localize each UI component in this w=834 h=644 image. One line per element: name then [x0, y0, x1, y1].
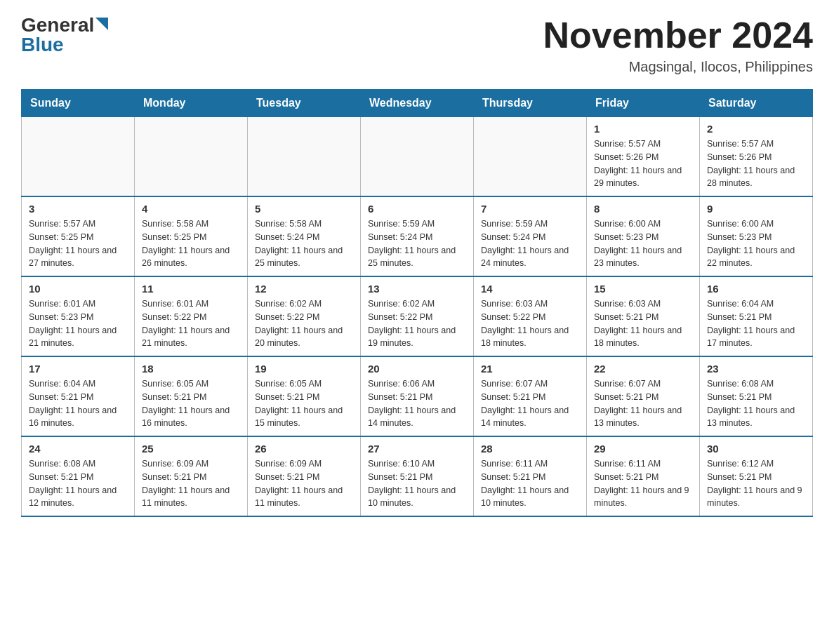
- calendar-week-2: 3Sunrise: 5:57 AMSunset: 5:25 PMDaylight…: [22, 196, 813, 276]
- calendar-cell: [474, 117, 587, 197]
- calendar-week-5: 24Sunrise: 6:08 AMSunset: 5:21 PMDayligh…: [22, 436, 813, 516]
- calendar-cell: 4Sunrise: 5:58 AMSunset: 5:25 PMDaylight…: [135, 196, 248, 276]
- day-number: 18: [142, 363, 240, 375]
- calendar-cell: 1Sunrise: 5:57 AMSunset: 5:26 PMDaylight…: [587, 117, 700, 197]
- weekday-header-thursday: Thursday: [474, 90, 587, 117]
- day-info: Sunrise: 6:03 AMSunset: 5:22 PMDaylight:…: [481, 297, 579, 350]
- logo-triangle-icon: [95, 18, 108, 30]
- calendar-cell: 15Sunrise: 6:03 AMSunset: 5:21 PMDayligh…: [587, 276, 700, 356]
- calendar-cell: [135, 117, 248, 197]
- calendar-cell: 5Sunrise: 5:58 AMSunset: 5:24 PMDaylight…: [248, 196, 361, 276]
- calendar-cell: 20Sunrise: 6:06 AMSunset: 5:21 PMDayligh…: [361, 356, 474, 436]
- day-number: 27: [368, 443, 466, 455]
- day-number: 28: [481, 443, 579, 455]
- day-info: Sunrise: 6:02 AMSunset: 5:22 PMDaylight:…: [368, 297, 466, 350]
- day-info: Sunrise: 6:08 AMSunset: 5:21 PMDaylight:…: [707, 377, 805, 430]
- day-info: Sunrise: 5:57 AMSunset: 5:26 PMDaylight:…: [594, 137, 692, 190]
- calendar-cell: 7Sunrise: 5:59 AMSunset: 5:24 PMDaylight…: [474, 196, 587, 276]
- weekday-header-sunday: Sunday: [22, 90, 135, 117]
- day-number: 19: [255, 363, 353, 375]
- calendar-cell: 23Sunrise: 6:08 AMSunset: 5:21 PMDayligh…: [700, 356, 813, 436]
- svg-marker-0: [95, 18, 108, 30]
- day-number: 10: [29, 283, 127, 295]
- weekday-header-row: SundayMondayTuesdayWednesdayThursdayFrid…: [22, 90, 813, 117]
- day-number: 6: [368, 203, 466, 215]
- weekday-header-friday: Friday: [587, 90, 700, 117]
- calendar-week-4: 17Sunrise: 6:04 AMSunset: 5:21 PMDayligh…: [22, 356, 813, 436]
- weekday-header-monday: Monday: [135, 90, 248, 117]
- weekday-header-saturday: Saturday: [700, 90, 813, 117]
- calendar-cell: 29Sunrise: 6:11 AMSunset: 5:21 PMDayligh…: [587, 436, 700, 516]
- day-number: 3: [29, 203, 127, 215]
- day-info: Sunrise: 6:02 AMSunset: 5:22 PMDaylight:…: [255, 297, 353, 350]
- location: Magsingal, Ilocos, Philippines: [543, 59, 813, 75]
- day-info: Sunrise: 6:01 AMSunset: 5:22 PMDaylight:…: [142, 297, 240, 350]
- calendar-cell: 13Sunrise: 6:02 AMSunset: 5:22 PMDayligh…: [361, 276, 474, 356]
- day-info: Sunrise: 5:58 AMSunset: 5:25 PMDaylight:…: [142, 217, 240, 270]
- day-number: 25: [142, 443, 240, 455]
- day-number: 2: [707, 123, 805, 135]
- day-number: 24: [29, 443, 127, 455]
- day-info: Sunrise: 6:05 AMSunset: 5:21 PMDaylight:…: [255, 377, 353, 430]
- day-number: 21: [481, 363, 579, 375]
- day-number: 4: [142, 203, 240, 215]
- day-number: 16: [707, 283, 805, 295]
- calendar-cell: 24Sunrise: 6:08 AMSunset: 5:21 PMDayligh…: [22, 436, 135, 516]
- day-number: 22: [594, 363, 692, 375]
- calendar-cell: [361, 117, 474, 197]
- day-number: 20: [368, 363, 466, 375]
- calendar-cell: 26Sunrise: 6:09 AMSunset: 5:21 PMDayligh…: [248, 436, 361, 516]
- day-info: Sunrise: 6:09 AMSunset: 5:21 PMDaylight:…: [255, 457, 353, 510]
- calendar-cell: 28Sunrise: 6:11 AMSunset: 5:21 PMDayligh…: [474, 436, 587, 516]
- page-header: General Blue November 2024 Magsingal, Il…: [21, 14, 813, 75]
- calendar-cell: [22, 117, 135, 197]
- day-number: 13: [368, 283, 466, 295]
- day-info: Sunrise: 5:58 AMSunset: 5:24 PMDaylight:…: [255, 217, 353, 270]
- calendar-cell: 30Sunrise: 6:12 AMSunset: 5:21 PMDayligh…: [700, 436, 813, 516]
- day-info: Sunrise: 5:57 AMSunset: 5:25 PMDaylight:…: [29, 217, 127, 270]
- day-number: 30: [707, 443, 805, 455]
- day-info: Sunrise: 6:04 AMSunset: 5:21 PMDaylight:…: [29, 377, 127, 430]
- day-info: Sunrise: 6:04 AMSunset: 5:21 PMDaylight:…: [707, 297, 805, 350]
- calendar-table: SundayMondayTuesdayWednesdayThursdayFrid…: [21, 89, 813, 517]
- calendar-cell: 2Sunrise: 5:57 AMSunset: 5:26 PMDaylight…: [700, 117, 813, 197]
- day-number: 14: [481, 283, 579, 295]
- day-info: Sunrise: 5:57 AMSunset: 5:26 PMDaylight:…: [707, 137, 805, 190]
- month-year: November 2024: [543, 14, 813, 56]
- calendar-cell: 14Sunrise: 6:03 AMSunset: 5:22 PMDayligh…: [474, 276, 587, 356]
- logo-blue: Blue: [21, 34, 64, 56]
- day-info: Sunrise: 6:09 AMSunset: 5:21 PMDaylight:…: [142, 457, 240, 510]
- day-info: Sunrise: 6:10 AMSunset: 5:21 PMDaylight:…: [368, 457, 466, 510]
- calendar-cell: 6Sunrise: 5:59 AMSunset: 5:24 PMDaylight…: [361, 196, 474, 276]
- day-number: 1: [594, 123, 692, 135]
- calendar-cell: 27Sunrise: 6:10 AMSunset: 5:21 PMDayligh…: [361, 436, 474, 516]
- day-info: Sunrise: 5:59 AMSunset: 5:24 PMDaylight:…: [481, 217, 579, 270]
- day-info: Sunrise: 6:07 AMSunset: 5:21 PMDaylight:…: [594, 377, 692, 430]
- calendar-cell: 3Sunrise: 5:57 AMSunset: 5:25 PMDaylight…: [22, 196, 135, 276]
- day-info: Sunrise: 6:06 AMSunset: 5:21 PMDaylight:…: [368, 377, 466, 430]
- calendar-cell: 11Sunrise: 6:01 AMSunset: 5:22 PMDayligh…: [135, 276, 248, 356]
- day-number: 9: [707, 203, 805, 215]
- calendar-cell: 21Sunrise: 6:07 AMSunset: 5:21 PMDayligh…: [474, 356, 587, 436]
- calendar-cell: 17Sunrise: 6:04 AMSunset: 5:21 PMDayligh…: [22, 356, 135, 436]
- day-info: Sunrise: 6:05 AMSunset: 5:21 PMDaylight:…: [142, 377, 240, 430]
- calendar-cell: 10Sunrise: 6:01 AMSunset: 5:23 PMDayligh…: [22, 276, 135, 356]
- day-info: Sunrise: 6:03 AMSunset: 5:21 PMDaylight:…: [594, 297, 692, 350]
- calendar-cell: [248, 117, 361, 197]
- day-number: 11: [142, 283, 240, 295]
- calendar-cell: 8Sunrise: 6:00 AMSunset: 5:23 PMDaylight…: [587, 196, 700, 276]
- day-number: 7: [481, 203, 579, 215]
- day-info: Sunrise: 5:59 AMSunset: 5:24 PMDaylight:…: [368, 217, 466, 270]
- calendar-cell: 19Sunrise: 6:05 AMSunset: 5:21 PMDayligh…: [248, 356, 361, 436]
- day-info: Sunrise: 6:11 AMSunset: 5:21 PMDaylight:…: [594, 457, 692, 510]
- day-info: Sunrise: 6:00 AMSunset: 5:23 PMDaylight:…: [594, 217, 692, 270]
- day-number: 26: [255, 443, 353, 455]
- day-number: 5: [255, 203, 353, 215]
- calendar-cell: 22Sunrise: 6:07 AMSunset: 5:21 PMDayligh…: [587, 356, 700, 436]
- title-block: November 2024 Magsingal, Ilocos, Philipp…: [543, 14, 813, 75]
- day-number: 15: [594, 283, 692, 295]
- day-number: 29: [594, 443, 692, 455]
- day-info: Sunrise: 6:11 AMSunset: 5:21 PMDaylight:…: [481, 457, 579, 510]
- day-info: Sunrise: 6:08 AMSunset: 5:21 PMDaylight:…: [29, 457, 127, 510]
- calendar-week-3: 10Sunrise: 6:01 AMSunset: 5:23 PMDayligh…: [22, 276, 813, 356]
